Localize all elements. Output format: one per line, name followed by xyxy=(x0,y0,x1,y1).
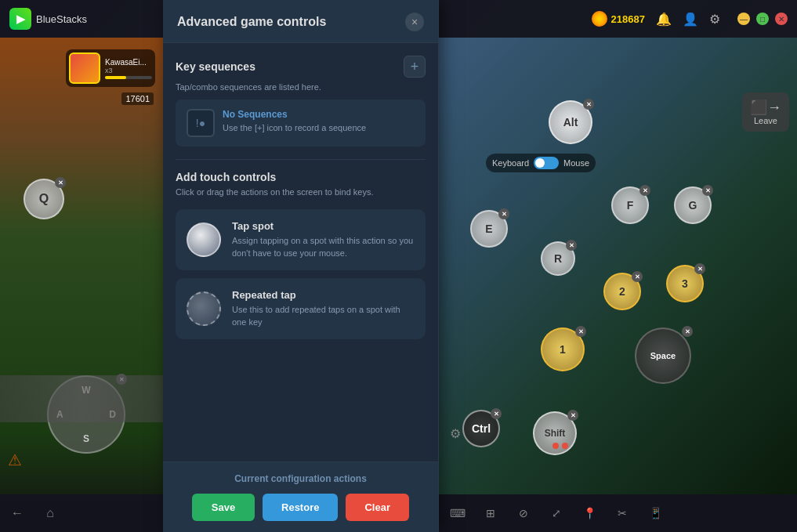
touch-controls-title: Add touch controls xyxy=(176,171,426,183)
key-sequences-subtitle: Tap/combo sequences are listed here. xyxy=(176,82,426,92)
num1-key-button[interactable]: ✕ 1 xyxy=(541,328,585,371)
profile-icon[interactable]: 👤 xyxy=(683,12,698,27)
maximize-button[interactable]: □ xyxy=(756,13,769,25)
keyboard-mouse-switch[interactable] xyxy=(534,157,559,169)
leave-icon: ⬛→ xyxy=(750,99,781,116)
f-label: F xyxy=(627,199,634,212)
mouse-label: Mouse xyxy=(563,158,589,168)
red-dots xyxy=(552,443,568,449)
r-close-dot[interactable]: ✕ xyxy=(566,240,577,251)
num2-key-button[interactable]: ✕ 2 xyxy=(603,273,641,310)
road-element xyxy=(0,375,163,422)
bottom-bar-right: ⌨ ⊞ ⊘ ⤢ 📍 ✂ 📱 xyxy=(439,494,797,532)
repeated-tap-icon xyxy=(187,291,221,326)
scissors-icon[interactable]: ✂ xyxy=(611,502,633,524)
repeated-tap-title: Repeated tap xyxy=(232,289,415,301)
restore-button[interactable]: Restore xyxy=(263,494,338,521)
tap-spot-icon xyxy=(187,223,221,257)
coin-icon xyxy=(592,11,607,27)
close-icon: × xyxy=(411,16,418,28)
divider-1 xyxy=(176,159,426,160)
coin-display: 218687 xyxy=(592,11,645,27)
f-close-dot[interactable]: ✕ xyxy=(639,185,650,196)
no-sequences-box: !● No Sequences Use the [+] icon to reco… xyxy=(176,100,426,147)
notification-icon[interactable]: 🔔 xyxy=(656,12,672,27)
ctrl-gear-icon[interactable]: ⚙ xyxy=(450,426,461,441)
f-key-button[interactable]: ✕ F xyxy=(611,186,649,224)
exclamation-icon: !● xyxy=(196,117,205,129)
close-window-button[interactable]: ✕ xyxy=(775,13,788,25)
keyboard-mouse-toggle: Keyboard Mouse xyxy=(486,154,596,172)
e-key-button[interactable]: ✕ E xyxy=(470,210,508,248)
expand-icon[interactable]: ⤢ xyxy=(545,502,567,524)
alt-key-button[interactable]: ✕ Alt xyxy=(549,100,592,144)
repeated-tap-text: Repeated tap Use this to add repeated ta… xyxy=(232,289,415,328)
plus-icon: + xyxy=(411,59,419,75)
space-key-button[interactable]: ✕ Space xyxy=(635,328,691,384)
g-close-dot[interactable]: ✕ xyxy=(702,185,713,196)
home-icon[interactable]: ⌂ xyxy=(39,502,61,524)
footer-label: Current configuration actions xyxy=(176,473,426,484)
sequence-icon: !● xyxy=(187,109,215,137)
num1-close-dot[interactable]: ✕ xyxy=(575,326,586,337)
no-sequences-description: Use the [+] icon to record a sequence xyxy=(223,122,366,134)
settings-icon[interactable]: ⚙ xyxy=(709,12,720,27)
alt-close-dot[interactable]: ✕ xyxy=(583,99,594,110)
repeated-tap-card[interactable]: Repeated tap Use this to add repeated ta… xyxy=(176,278,426,339)
ctrl-key-button[interactable]: ✕ Ctrl xyxy=(462,410,500,447)
touch-controls-desc: Click or drag the actions on the screen … xyxy=(176,186,426,198)
phone-icon[interactable]: 📱 xyxy=(644,502,666,524)
q-label: Q xyxy=(39,192,49,206)
num3-key-button[interactable]: ✕ 3 xyxy=(666,265,704,302)
bluestacks-logo: ▶ BlueStacks xyxy=(9,8,87,30)
coin-amount: 218687 xyxy=(611,13,645,25)
num3-close-dot[interactable]: ✕ xyxy=(694,263,705,274)
leave-button[interactable]: ⬛→ Leave xyxy=(742,92,789,132)
q-key-button[interactable]: ✕ Q xyxy=(24,179,64,219)
dpad-s-label: S xyxy=(83,433,89,444)
e-label: E xyxy=(485,223,492,235)
tap-spot-text: Tap spot Assign tapping on a spot with t… xyxy=(232,220,415,259)
circle-icon[interactable]: ⊘ xyxy=(513,502,534,524)
player-info: KawasaEi... x3 xyxy=(105,58,152,79)
ctrl-close-dot[interactable]: ✕ xyxy=(491,408,502,419)
alt-label: Alt xyxy=(563,116,578,128)
tap-spot-card[interactable]: Tap spot Assign tapping on a spot with t… xyxy=(176,209,426,270)
avatar xyxy=(69,52,100,84)
back-icon[interactable]: ← xyxy=(6,502,28,524)
location-icon[interactable]: 📍 xyxy=(578,502,600,524)
space-close-dot[interactable]: ✕ xyxy=(682,326,693,337)
num3-label: 3 xyxy=(682,277,688,290)
modal-footer: Current configuration actions Save Resto… xyxy=(163,461,438,532)
modal-body: Key sequences + Tap/combo sequences are … xyxy=(163,43,438,461)
grid-icon[interactable]: ⊞ xyxy=(480,502,502,524)
xp-fill xyxy=(105,76,126,79)
save-button[interactable]: Save xyxy=(192,494,255,521)
red-dot-1 xyxy=(552,443,559,449)
game-area-left: KawasaEi... x3 17601 ✕ Q W A S D ✕ xyxy=(0,38,163,532)
toggle-knob xyxy=(535,158,545,168)
modal-title: Advanced game controls xyxy=(177,15,326,29)
character-card: KawasaEi... x3 xyxy=(66,49,155,87)
shift-close-dot[interactable]: ✕ xyxy=(567,410,578,421)
num2-label: 2 xyxy=(619,285,625,298)
keyboard-icon[interactable]: ⌨ xyxy=(447,502,469,524)
ctrl-label: Ctrl xyxy=(472,422,491,435)
minimize-button[interactable]: — xyxy=(737,13,750,25)
player-name: KawasaEi... xyxy=(105,58,152,67)
g-key-button[interactable]: ✕ G xyxy=(674,186,712,224)
advanced-controls-modal: Advanced game controls × Key sequences +… xyxy=(163,0,439,532)
bluestacks-logo-text: BlueStacks xyxy=(36,13,87,25)
add-sequence-button[interactable]: + xyxy=(404,56,426,78)
no-sequences-title: No Sequences xyxy=(223,109,366,120)
r-key-button[interactable]: ✕ R xyxy=(541,241,575,276)
e-close-dot[interactable]: ✕ xyxy=(498,208,509,219)
shift-label: Shift xyxy=(545,428,566,439)
bluestacks-logo-icon: ▶ xyxy=(9,8,31,30)
modal-close-button[interactable]: × xyxy=(405,13,424,31)
clear-button[interactable]: Clear xyxy=(346,494,409,521)
num2-close-dot[interactable]: ✕ xyxy=(632,271,643,282)
key-sequences-title: Key sequences xyxy=(176,60,255,73)
modal-header: Advanced game controls × xyxy=(163,0,438,43)
q-close-dot[interactable]: ✕ xyxy=(55,177,66,188)
